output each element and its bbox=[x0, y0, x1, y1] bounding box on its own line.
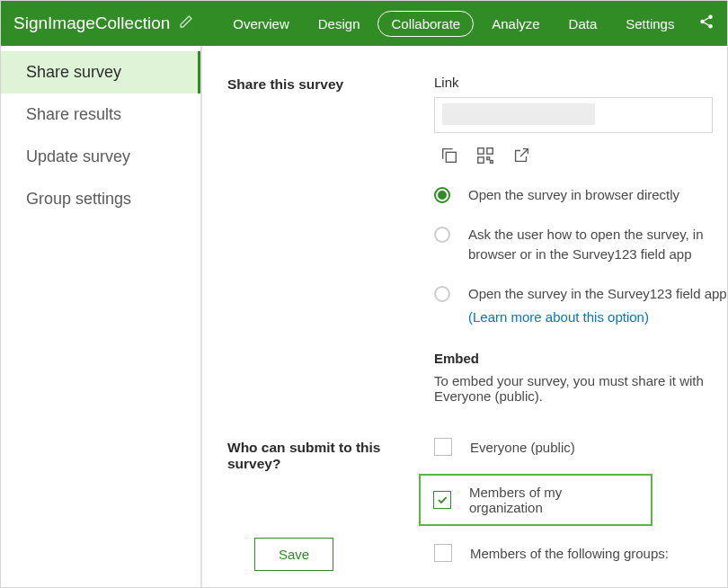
radio-open-fieldapp-label: Open the survey in the Survey123 field a… bbox=[468, 284, 727, 327]
svg-rect-6 bbox=[478, 157, 484, 163]
open-mode-radio-group: Open the survey in browser directly Ask … bbox=[434, 185, 727, 327]
save-button[interactable]: Save bbox=[254, 538, 333, 571]
sidebar-item-share-results[interactable]: Share results bbox=[1, 94, 200, 136]
tab-analyze[interactable]: Analyze bbox=[481, 11, 550, 37]
radio-open-browser-label: Open the survey in browser directly bbox=[468, 185, 679, 205]
tab-collaborate[interactable]: Collaborate bbox=[377, 11, 474, 37]
sidebar-item-update-survey[interactable]: Update survey bbox=[1, 136, 200, 178]
sidebar-item-share-survey[interactable]: Share survey bbox=[1, 51, 200, 94]
svg-rect-4 bbox=[478, 148, 484, 154]
share-section-label: Share this survey bbox=[227, 75, 434, 404]
qr-code-icon[interactable] bbox=[475, 146, 495, 165]
svg-point-0 bbox=[708, 15, 713, 20]
checkbox-everyone-label: Everyone (public) bbox=[470, 440, 575, 455]
share-icon[interactable] bbox=[698, 13, 715, 33]
link-value-placeholder bbox=[442, 103, 595, 125]
svg-point-2 bbox=[708, 24, 713, 29]
link-label: Link bbox=[434, 75, 727, 90]
tab-settings[interactable]: Settings bbox=[615, 11, 685, 37]
top-navbar: SignImageCollection Overview Design Coll… bbox=[1, 1, 727, 46]
app-title: SignImageCollection bbox=[13, 13, 170, 33]
sidebar-item-group-settings[interactable]: Group settings bbox=[1, 178, 200, 220]
open-external-icon[interactable] bbox=[511, 146, 531, 165]
embed-label: Embed bbox=[434, 351, 727, 366]
copy-icon[interactable] bbox=[439, 146, 459, 165]
checkbox-organization[interactable] bbox=[433, 491, 451, 509]
svg-rect-8 bbox=[491, 161, 493, 164]
checkbox-everyone[interactable] bbox=[434, 438, 452, 456]
sidebar: Share survey Share results Update survey… bbox=[1, 46, 202, 587]
radio-open-ask[interactable] bbox=[434, 227, 450, 243]
checkbox-organization-label: Members of my organization bbox=[469, 485, 638, 515]
radio-open-fieldapp[interactable] bbox=[434, 286, 450, 302]
svg-rect-5 bbox=[487, 148, 493, 154]
learn-more-link[interactable]: (Learn more about this option) bbox=[468, 307, 727, 327]
radio-open-ask-label: Ask the user how to open the survey, in … bbox=[468, 225, 727, 264]
embed-text: To embed your survey, you must share it … bbox=[434, 373, 727, 404]
svg-rect-7 bbox=[487, 157, 490, 160]
checkbox-groups-label: Members of the following groups: bbox=[470, 546, 669, 561]
tab-design[interactable]: Design bbox=[307, 11, 371, 37]
radio-open-browser[interactable] bbox=[434, 187, 450, 203]
main-panel: Share this survey Link bbox=[202, 46, 727, 587]
checkbox-groups[interactable] bbox=[434, 544, 452, 562]
survey-link-input[interactable] bbox=[434, 97, 713, 133]
submit-checkbox-group: Everyone (public) Members of my organiza… bbox=[434, 438, 727, 562]
tab-overview[interactable]: Overview bbox=[222, 11, 300, 37]
tab-data[interactable]: Data bbox=[558, 11, 608, 37]
main-tabs: Overview Design Collaborate Analyze Data… bbox=[222, 11, 685, 37]
svg-rect-3 bbox=[446, 152, 456, 162]
svg-point-1 bbox=[700, 20, 705, 24]
edit-title-icon[interactable] bbox=[179, 14, 193, 32]
